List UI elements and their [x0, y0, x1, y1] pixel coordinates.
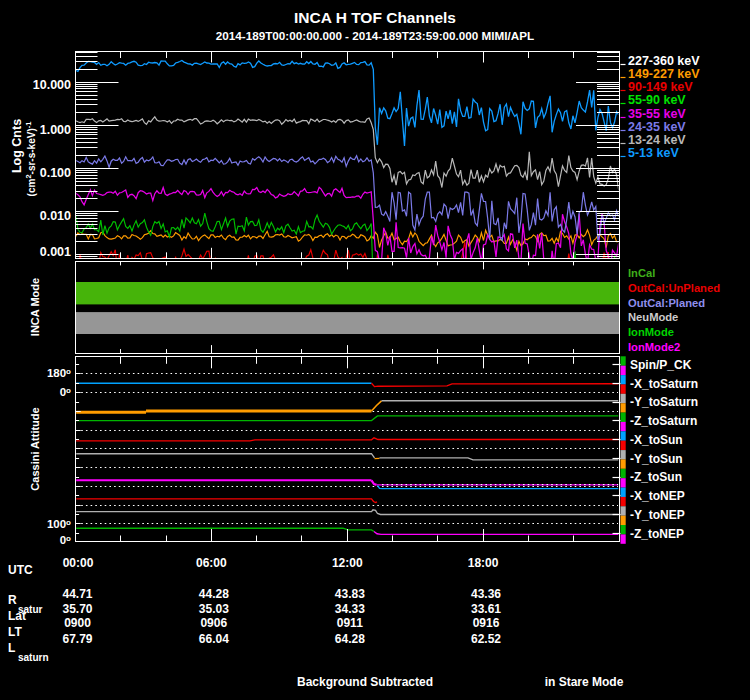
svg-text:149-227 keV: 149-227 keV	[628, 67, 700, 81]
svg-text:INCA Mode: INCA Mode	[29, 278, 41, 336]
svg-text:2014-189T00:00:00.000 - 2014-1: 2014-189T00:00:00.000 - 2014-189T23:59:0…	[216, 29, 534, 42]
svg-text:LT: LT	[8, 625, 22, 639]
svg-text:43.36: 43.36	[471, 587, 501, 601]
svg-text:227-360 keV: 227-360 keV	[628, 54, 700, 68]
svg-text:06:00: 06:00	[196, 556, 227, 570]
svg-text:44.71: 44.71	[62, 587, 92, 601]
svg-text:-Z_toSun: -Z_toSun	[630, 470, 682, 484]
svg-text:saturn: saturn	[18, 652, 49, 663]
svg-text:43.83: 43.83	[335, 587, 365, 601]
svg-text:5-13 keV: 5-13 keV	[628, 146, 679, 160]
svg-text:44.28: 44.28	[199, 587, 229, 601]
svg-text:1.000: 1.000	[40, 123, 71, 137]
svg-text:24-35 keV: 24-35 keV	[628, 120, 686, 134]
svg-text:33.61: 33.61	[471, 602, 501, 616]
svg-text:Spin/P_CK: Spin/P_CK	[630, 358, 692, 372]
svg-text:-X_toSun: -X_toSun	[630, 433, 683, 447]
svg-text:0.010: 0.010	[40, 209, 71, 223]
svg-text:L: L	[8, 641, 15, 655]
svg-text:0906: 0906	[200, 616, 227, 630]
svg-text:-Y_toSaturn: -Y_toSaturn	[630, 395, 698, 409]
svg-text:in Stare Mode: in Stare Mode	[545, 675, 624, 689]
svg-text:55-90 keV: 55-90 keV	[628, 93, 686, 107]
svg-text:35-55 keV: 35-55 keV	[628, 107, 686, 121]
svg-text:0.100: 0.100	[40, 166, 71, 180]
svg-text:INCA H TOF Channels: INCA H TOF Channels	[294, 9, 456, 26]
svg-text:18:00: 18:00	[468, 556, 499, 570]
svg-text:67.79: 67.79	[62, 632, 92, 646]
svg-text:-X_toSaturn: -X_toSaturn	[630, 377, 698, 391]
svg-text:NeuMode: NeuMode	[628, 311, 678, 323]
svg-text:0916: 0916	[473, 616, 500, 630]
svg-text:13-24 keV: 13-24 keV	[628, 133, 686, 147]
svg-text:12:00: 12:00	[332, 556, 363, 570]
svg-text:(cm2-sr-s-keV)-1: (cm2-sr-s-keV)-1	[24, 122, 37, 197]
svg-text:OutCal:UnPlaned: OutCal:UnPlaned	[628, 282, 720, 294]
svg-text:00:00: 00:00	[63, 556, 94, 570]
svg-text:35.70: 35.70	[62, 602, 92, 616]
svg-text:-Z_toSaturn: -Z_toSaturn	[630, 414, 697, 428]
svg-text:0.001: 0.001	[40, 245, 71, 259]
svg-text:Lat: Lat	[8, 609, 26, 623]
svg-text:Cassini Attitude: Cassini Attitude	[29, 407, 41, 490]
svg-text:0900: 0900	[64, 616, 91, 630]
svg-text:34.33: 34.33	[335, 602, 365, 616]
svg-text:IonMode2: IonMode2	[628, 341, 680, 353]
svg-text:0911: 0911	[337, 616, 363, 630]
svg-text:-Z_toNEP: -Z_toNEP	[630, 527, 684, 541]
svg-text:Log Cnts: Log Cnts	[10, 119, 24, 173]
svg-text:90-149 keV: 90-149 keV	[628, 80, 693, 94]
svg-text:InCal: InCal	[628, 267, 655, 279]
svg-text:IonMode: IonMode	[628, 326, 674, 338]
svg-text:-X_toNEP: -X_toNEP	[630, 489, 685, 503]
svg-text:10.000: 10.000	[33, 78, 71, 92]
svg-text:66.04: 66.04	[199, 632, 229, 646]
svg-text:UTC: UTC	[8, 563, 33, 577]
svg-text:62.52: 62.52	[471, 632, 501, 646]
svg-text:-Y_toNEP: -Y_toNEP	[630, 508, 685, 522]
svg-text:35.03: 35.03	[199, 602, 229, 616]
svg-text:OutCal:Planed: OutCal:Planed	[628, 297, 705, 309]
svg-text:64.28: 64.28	[335, 632, 365, 646]
svg-text:R: R	[8, 593, 17, 607]
svg-text:-Y_toSun: -Y_toSun	[630, 452, 683, 466]
svg-text:Background Subtracted: Background Subtracted	[297, 675, 433, 689]
